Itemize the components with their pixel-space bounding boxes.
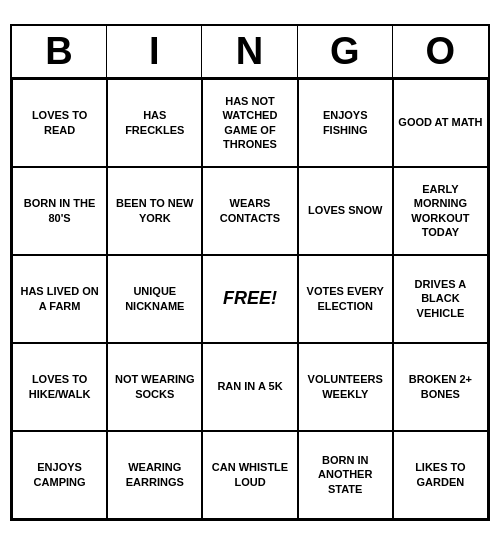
bingo-cell: HAS LIVED ON A FARM [12,255,107,343]
bingo-cell: RAN IN A 5K [202,343,297,431]
bingo-cell: BEEN TO NEW YORK [107,167,202,255]
bingo-cell: ENJOYS FISHING [298,79,393,167]
bingo-cell: ENJOYS CAMPING [12,431,107,519]
bingo-header-letter: B [12,26,107,77]
bingo-cell: LOVES TO READ [12,79,107,167]
bingo-cell: BROKEN 2+ BONES [393,343,488,431]
bingo-card: BINGO LOVES TO READHAS FRECKLESHAS NOT W… [10,24,490,521]
bingo-cell: CAN WHISTLE LOUD [202,431,297,519]
bingo-cell: BORN IN ANOTHER STATE [298,431,393,519]
bingo-header-letter: I [107,26,202,77]
bingo-header-letter: N [202,26,297,77]
bingo-cell: LIKES TO GARDEN [393,431,488,519]
bingo-cell: GOOD AT MATH [393,79,488,167]
bingo-cell: DRIVES A BLACK VEHICLE [393,255,488,343]
free-space: Free! [202,255,297,343]
bingo-cell: VOLUNTEERS WEEKLY [298,343,393,431]
bingo-cell: WEARS CONTACTS [202,167,297,255]
bingo-cell: LOVES SNOW [298,167,393,255]
bingo-cell: LOVES TO HIKE/WALK [12,343,107,431]
bingo-header-letter: G [298,26,393,77]
bingo-header: BINGO [12,26,488,79]
bingo-cell: HAS FRECKLES [107,79,202,167]
bingo-cell: HAS NOT WATCHED GAME OF THRONES [202,79,297,167]
bingo-header-letter: O [393,26,488,77]
bingo-cell: UNIQUE NICKNAME [107,255,202,343]
bingo-cell: VOTES EVERY ELECTION [298,255,393,343]
bingo-cell: NOT WEARING SOCKS [107,343,202,431]
bingo-cell: BORN IN THE 80'S [12,167,107,255]
bingo-cell: WEARING EARRINGS [107,431,202,519]
bingo-cell: EARLY MORNING WORKOUT TODAY [393,167,488,255]
bingo-grid: LOVES TO READHAS FRECKLESHAS NOT WATCHED… [12,79,488,519]
